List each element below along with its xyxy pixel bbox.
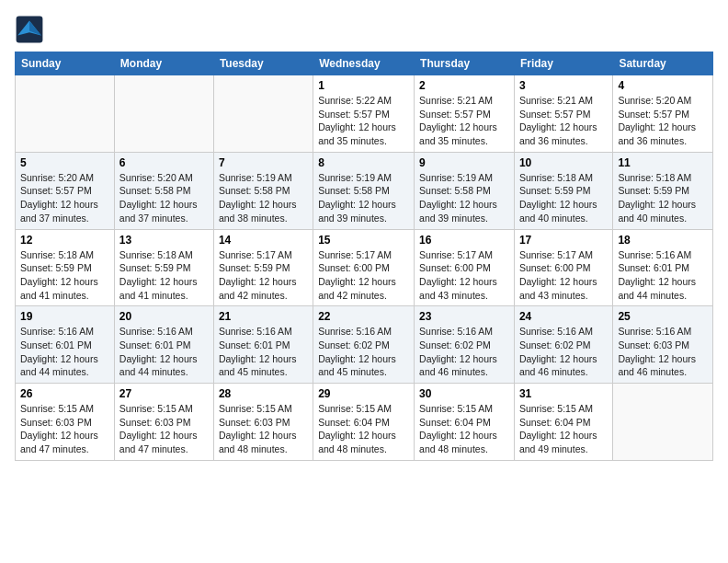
calendar-cell: 13Sunrise: 5:18 AM Sunset: 5:59 PM Dayli… <box>114 229 213 306</box>
calendar-cell: 9Sunrise: 5:19 AM Sunset: 5:58 PM Daylig… <box>415 152 515 229</box>
calendar-cell: 23Sunrise: 5:16 AM Sunset: 6:02 PM Dayli… <box>415 306 515 384</box>
day-number: 30 <box>419 387 509 400</box>
day-info: Sunrise: 5:16 AM Sunset: 6:01 PM Dayligh… <box>618 248 708 303</box>
calendar-cell: 30Sunrise: 5:15 AM Sunset: 6:04 PM Dayli… <box>415 384 515 461</box>
logo-icon <box>15 15 44 44</box>
calendar-cell: 15Sunrise: 5:17 AM Sunset: 6:00 PM Dayli… <box>313 229 415 306</box>
day-info: Sunrise: 5:20 AM Sunset: 5:57 PM Dayligh… <box>20 171 109 225</box>
day-number: 16 <box>419 234 509 247</box>
day-info: Sunrise: 5:18 AM Sunset: 5:59 PM Dayligh… <box>618 171 708 225</box>
calendar-cell <box>114 75 213 153</box>
day-info: Sunrise: 5:15 AM Sunset: 6:04 PM Dayligh… <box>318 402 409 456</box>
day-info: Sunrise: 5:15 AM Sunset: 6:03 PM Dayligh… <box>20 402 109 456</box>
calendar-cell: 26Sunrise: 5:15 AM Sunset: 6:03 PM Dayli… <box>16 384 115 461</box>
calendar-cell: 2Sunrise: 5:21 AM Sunset: 5:57 PM Daylig… <box>415 75 515 153</box>
day-number: 8 <box>318 156 409 169</box>
calendar-cell: 10Sunrise: 5:18 AM Sunset: 5:59 PM Dayli… <box>514 152 612 229</box>
day-info: Sunrise: 5:17 AM Sunset: 6:00 PM Dayligh… <box>519 248 608 303</box>
calendar-cell <box>16 75 115 153</box>
calendar-cell: 14Sunrise: 5:17 AM Sunset: 5:59 PM Dayli… <box>213 229 313 306</box>
day-number: 23 <box>419 310 509 323</box>
day-number: 4 <box>618 79 708 92</box>
day-info: Sunrise: 5:17 AM Sunset: 5:59 PM Dayligh… <box>219 248 308 303</box>
calendar-cell: 11Sunrise: 5:18 AM Sunset: 5:59 PM Dayli… <box>613 152 713 229</box>
weekday-header: Monday <box>114 52 213 75</box>
weekday-header: Friday <box>514 52 612 75</box>
calendar-cell: 29Sunrise: 5:15 AM Sunset: 6:04 PM Dayli… <box>313 384 415 461</box>
day-number: 29 <box>318 387 409 400</box>
calendar-week-row: 1Sunrise: 5:22 AM Sunset: 5:57 PM Daylig… <box>16 75 713 153</box>
day-number: 28 <box>219 387 308 400</box>
day-number: 17 <box>519 234 608 247</box>
calendar-cell: 5Sunrise: 5:20 AM Sunset: 5:57 PM Daylig… <box>16 152 115 229</box>
day-info: Sunrise: 5:18 AM Sunset: 5:59 PM Dayligh… <box>20 248 109 303</box>
calendar-cell: 21Sunrise: 5:16 AM Sunset: 6:01 PM Dayli… <box>213 306 313 384</box>
calendar-cell: 1Sunrise: 5:22 AM Sunset: 5:57 PM Daylig… <box>313 75 415 153</box>
day-info: Sunrise: 5:15 AM Sunset: 6:03 PM Dayligh… <box>219 402 308 456</box>
day-info: Sunrise: 5:19 AM Sunset: 5:58 PM Dayligh… <box>318 171 409 225</box>
day-info: Sunrise: 5:19 AM Sunset: 5:58 PM Dayligh… <box>219 171 308 225</box>
day-number: 25 <box>618 310 708 323</box>
day-info: Sunrise: 5:18 AM Sunset: 5:59 PM Dayligh… <box>519 171 608 225</box>
calendar-header-row: SundayMondayTuesdayWednesdayThursdayFrid… <box>16 52 713 75</box>
day-number: 19 <box>20 310 109 323</box>
calendar-cell: 24Sunrise: 5:16 AM Sunset: 6:02 PM Dayli… <box>514 306 612 384</box>
day-info: Sunrise: 5:19 AM Sunset: 5:58 PM Dayligh… <box>419 171 509 225</box>
calendar-cell: 19Sunrise: 5:16 AM Sunset: 6:01 PM Dayli… <box>16 306 115 384</box>
calendar-cell: 16Sunrise: 5:17 AM Sunset: 6:00 PM Dayli… <box>415 229 515 306</box>
day-info: Sunrise: 5:16 AM Sunset: 6:03 PM Dayligh… <box>618 325 708 379</box>
day-info: Sunrise: 5:18 AM Sunset: 5:59 PM Dayligh… <box>119 248 209 303</box>
day-number: 1 <box>318 79 409 92</box>
day-number: 3 <box>519 79 608 92</box>
calendar-cell: 6Sunrise: 5:20 AM Sunset: 5:58 PM Daylig… <box>114 152 213 229</box>
calendar-cell: 27Sunrise: 5:15 AM Sunset: 6:03 PM Dayli… <box>114 384 213 461</box>
day-info: Sunrise: 5:20 AM Sunset: 5:58 PM Dayligh… <box>119 171 209 225</box>
day-number: 27 <box>119 387 209 400</box>
day-number: 31 <box>519 387 608 400</box>
page-header <box>15 15 713 44</box>
day-number: 26 <box>20 387 109 400</box>
calendar-cell: 25Sunrise: 5:16 AM Sunset: 6:03 PM Dayli… <box>613 306 713 384</box>
day-number: 2 <box>419 79 509 92</box>
day-number: 6 <box>119 156 209 169</box>
day-info: Sunrise: 5:22 AM Sunset: 5:57 PM Dayligh… <box>318 94 409 148</box>
calendar-cell: 22Sunrise: 5:16 AM Sunset: 6:02 PM Dayli… <box>313 306 415 384</box>
day-info: Sunrise: 5:16 AM Sunset: 6:01 PM Dayligh… <box>219 325 308 379</box>
calendar-cell: 28Sunrise: 5:15 AM Sunset: 6:03 PM Dayli… <box>213 384 313 461</box>
day-info: Sunrise: 5:21 AM Sunset: 5:57 PM Dayligh… <box>419 94 509 148</box>
calendar-cell: 18Sunrise: 5:16 AM Sunset: 6:01 PM Dayli… <box>613 229 713 306</box>
day-info: Sunrise: 5:17 AM Sunset: 6:00 PM Dayligh… <box>419 248 509 303</box>
weekday-header: Wednesday <box>313 52 415 75</box>
day-number: 18 <box>618 234 708 247</box>
calendar-cell: 17Sunrise: 5:17 AM Sunset: 6:00 PM Dayli… <box>514 229 612 306</box>
day-number: 10 <box>519 156 608 169</box>
day-number: 24 <box>519 310 608 323</box>
day-info: Sunrise: 5:15 AM Sunset: 6:03 PM Dayligh… <box>119 402 209 456</box>
calendar-cell: 12Sunrise: 5:18 AM Sunset: 5:59 PM Dayli… <box>16 229 115 306</box>
day-number: 5 <box>20 156 109 169</box>
calendar-cell: 20Sunrise: 5:16 AM Sunset: 6:01 PM Dayli… <box>114 306 213 384</box>
calendar-week-row: 19Sunrise: 5:16 AM Sunset: 6:01 PM Dayli… <box>16 306 713 384</box>
day-info: Sunrise: 5:16 AM Sunset: 6:02 PM Dayligh… <box>519 325 608 379</box>
logo <box>15 15 50 44</box>
day-number: 7 <box>219 156 308 169</box>
day-info: Sunrise: 5:16 AM Sunset: 6:02 PM Dayligh… <box>419 325 509 379</box>
day-info: Sunrise: 5:15 AM Sunset: 6:04 PM Dayligh… <box>519 402 608 456</box>
weekday-header: Saturday <box>613 52 713 75</box>
day-number: 14 <box>219 234 308 247</box>
day-info: Sunrise: 5:20 AM Sunset: 5:57 PM Dayligh… <box>618 94 708 148</box>
calendar-cell: 8Sunrise: 5:19 AM Sunset: 5:58 PM Daylig… <box>313 152 415 229</box>
day-number: 22 <box>318 310 409 323</box>
day-number: 13 <box>119 234 209 247</box>
calendar-table: SundayMondayTuesdayWednesdayThursdayFrid… <box>15 52 713 461</box>
day-info: Sunrise: 5:15 AM Sunset: 6:04 PM Dayligh… <box>419 402 509 456</box>
calendar-cell: 3Sunrise: 5:21 AM Sunset: 5:57 PM Daylig… <box>514 75 612 153</box>
day-number: 11 <box>618 156 708 169</box>
calendar-week-row: 12Sunrise: 5:18 AM Sunset: 5:59 PM Dayli… <box>16 229 713 306</box>
calendar-week-row: 5Sunrise: 5:20 AM Sunset: 5:57 PM Daylig… <box>16 152 713 229</box>
day-info: Sunrise: 5:16 AM Sunset: 6:01 PM Dayligh… <box>20 325 109 379</box>
weekday-header: Tuesday <box>213 52 313 75</box>
calendar-week-row: 26Sunrise: 5:15 AM Sunset: 6:03 PM Dayli… <box>16 384 713 461</box>
day-info: Sunrise: 5:21 AM Sunset: 5:57 PM Dayligh… <box>519 94 608 148</box>
day-info: Sunrise: 5:16 AM Sunset: 6:01 PM Dayligh… <box>119 325 209 379</box>
